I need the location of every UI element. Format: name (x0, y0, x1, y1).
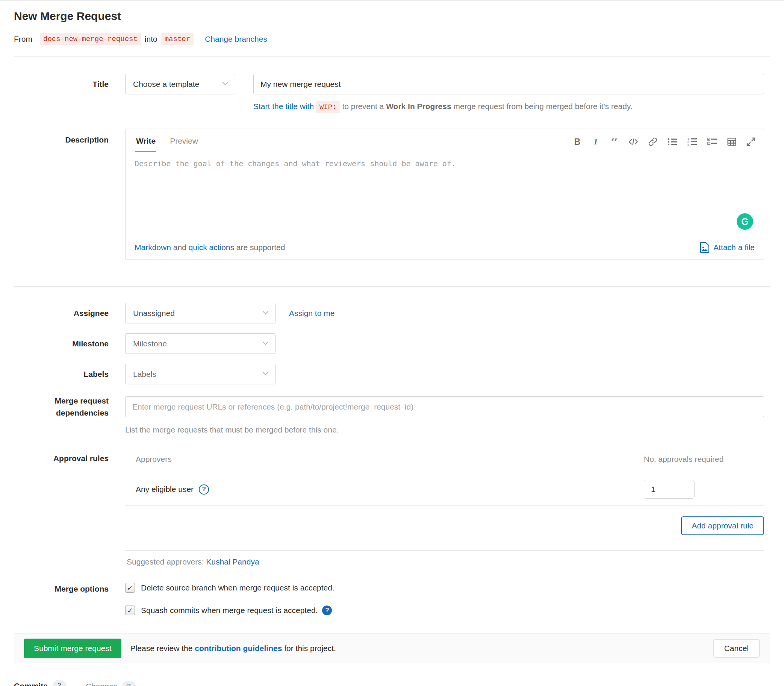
bold-icon[interactable]: B (573, 137, 582, 147)
milestone-row: Milestone Milestone (14, 333, 770, 354)
merge-options-row: Merge options ✓ Delete source branch whe… (14, 583, 770, 615)
page-title: New Merge Request (14, 10, 770, 23)
labels-label: Labels (14, 368, 125, 380)
assignee-row: Assignee Unassigned Assign to me (14, 303, 770, 323)
approvals-required-input[interactable] (644, 480, 694, 499)
markdown-editor: Write Preview B I ” (125, 129, 764, 260)
wip-code-chip: WIP: (316, 101, 340, 113)
wip-hint-link[interactable]: Start the title with (253, 102, 314, 111)
top-divider (0, 0, 784, 1)
tab-preview[interactable]: Preview (169, 129, 199, 152)
contribution-note: Please review the contribution guideline… (130, 644, 336, 653)
approval-table-header: Approvers No. approvals required (125, 452, 764, 473)
template-dropdown[interactable]: Choose a template (125, 74, 235, 95)
title-row: Title Choose a template (14, 74, 770, 95)
section-divider (14, 56, 770, 57)
assignee-label: Assignee (14, 307, 125, 319)
assignee-dropdown-value: Unassigned (133, 309, 175, 318)
grammarly-icon[interactable]: G (737, 213, 753, 230)
labels-row: Labels Labels (14, 364, 770, 384)
approval-rule-row: Any eligible user ? (125, 473, 764, 506)
tab-commits[interactable]: Commits 2 (14, 675, 66, 686)
form-actions: Submit merge request Please review the c… (14, 633, 770, 663)
suggested-approver-link[interactable]: Kushal Pandya (206, 557, 259, 566)
attach-file-link[interactable]: Attach a file (700, 242, 755, 253)
from-label: From (14, 34, 32, 44)
dependencies-help-text: List the merge requests that must be mer… (125, 425, 764, 434)
chevron-down-icon (263, 369, 269, 375)
code-icon[interactable] (628, 137, 638, 147)
title-label: Title (14, 78, 125, 90)
milestone-dropdown-value: Milestone (133, 339, 167, 348)
approvals-required-column-header: No. approvals required (644, 455, 764, 464)
target-branch-chip: master (161, 33, 194, 45)
help-icon[interactable]: ? (322, 606, 332, 615)
table-icon[interactable] (727, 137, 736, 147)
labels-dropdown-value: Labels (133, 370, 156, 379)
into-label: into (145, 34, 158, 44)
quick-actions-link[interactable]: quick actions (189, 243, 234, 252)
attach-file-icon (700, 242, 710, 253)
labels-dropdown[interactable]: Labels (125, 364, 275, 384)
change-branches-link[interactable]: Change branches (205, 34, 267, 44)
markdown-support-note: Markdown and quick actions are supported (135, 243, 285, 252)
tab-write[interactable]: Write (135, 129, 156, 152)
new-merge-request-page: New Merge Request From docs-new-merge-re… (0, 10, 784, 686)
dependencies-input[interactable] (125, 397, 764, 417)
approval-rules-label: Approval rules (14, 452, 125, 567)
approvers-column-header: Approvers (136, 455, 172, 464)
approval-rule-name: Any eligible user (136, 485, 194, 494)
chevron-down-icon (222, 79, 228, 85)
italic-icon[interactable]: I (592, 137, 600, 147)
delete-source-branch-label: Delete source branch when merge request … (141, 583, 334, 592)
title-input[interactable] (253, 74, 764, 95)
dependencies-row: Merge request dependencies (14, 395, 770, 418)
squash-commits-option: ✓ Squash commits when merge request is a… (125, 606, 764, 615)
submit-merge-request-button[interactable]: Submit merge request (24, 639, 121, 658)
delete-source-branch-option: ✓ Delete source branch when merge reques… (125, 583, 764, 593)
squash-commits-checkbox[interactable]: ✓ (125, 606, 135, 615)
squash-commits-label: Squash commits when merge request is acc… (141, 606, 318, 615)
template-dropdown-value: Choose a template (133, 80, 199, 89)
title-hint: Start the title with WIP: to prevent a W… (253, 102, 764, 111)
changes-tabs: Commits 2 Changes 3 (14, 675, 770, 686)
tab-changes[interactable]: Changes 3 (86, 675, 136, 686)
link-icon[interactable] (648, 137, 657, 147)
task-list-icon[interactable] (707, 137, 717, 147)
chevron-down-icon (263, 309, 269, 314)
add-approval-rule-button[interactable]: Add approval rule (681, 516, 764, 535)
merge-options-label: Merge options (14, 583, 125, 615)
milestone-label: Milestone (14, 338, 125, 350)
dependencies-label: Merge request dependencies (14, 395, 125, 418)
approval-rules-row: Approval rules Approvers No. approvals r… (14, 452, 770, 567)
help-icon[interactable]: ? (199, 484, 209, 495)
markdown-link[interactable]: Markdown (135, 243, 171, 252)
delete-source-branch-checkbox[interactable]: ✓ (125, 583, 135, 593)
changes-count-badge: 3 (122, 681, 136, 686)
branch-summary: From docs-new-merge-request into master … (14, 33, 770, 45)
contribution-guidelines-link[interactable]: contribution guidelines (195, 644, 282, 653)
description-label: Description (14, 129, 125, 260)
section-divider-2 (14, 286, 770, 287)
description-row: Description Write Preview B I ” (14, 129, 770, 260)
fullscreen-icon[interactable] (747, 137, 755, 147)
svg-text:3: 3 (688, 143, 689, 146)
milestone-dropdown[interactable]: Milestone (125, 333, 275, 354)
description-textarea[interactable] (126, 152, 764, 236)
numbered-list-icon[interactable]: 123 (688, 137, 697, 147)
source-branch-chip: docs-new-merge-request (40, 33, 141, 45)
commits-count-badge: 2 (53, 680, 66, 686)
markdown-toolbar: B I ” 123 (573, 137, 755, 152)
chevron-down-icon (263, 339, 269, 345)
cancel-button[interactable]: Cancel (713, 639, 760, 658)
bulleted-list-icon[interactable] (667, 137, 677, 147)
assign-to-me-link[interactable]: Assign to me (289, 309, 334, 318)
quote-icon[interactable]: ” (610, 139, 618, 145)
suggested-approvers: Suggested approvers: Kushal Pandya (125, 550, 764, 567)
assignee-dropdown[interactable]: Unassigned (125, 303, 275, 323)
